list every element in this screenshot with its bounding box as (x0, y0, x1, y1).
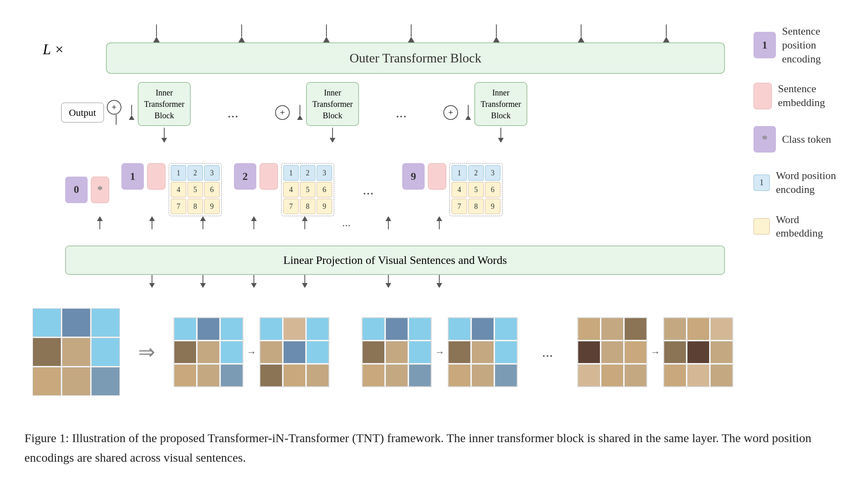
arrow-from-proj-1b (200, 283, 206, 288)
s-patch-2b-7 (448, 364, 471, 387)
s-patch-9b-3 (710, 318, 733, 340)
arrow-from-inner-1 (161, 138, 167, 143)
plus-circle-3: + (443, 105, 458, 120)
s-patch-2-9 (409, 364, 431, 387)
s-patch-1-1 (174, 318, 196, 340)
plus-circle-1: + (107, 100, 121, 115)
sent-token-2: 2 1 2 3 4 5 6 7 8 9 (234, 163, 334, 216)
s-patch-1-5 (197, 341, 220, 363)
arrow-up-5 (493, 24, 500, 42)
arrow-from-inner-2 (330, 138, 335, 143)
legend-sent-emb-label: Sentence embedding (778, 82, 825, 110)
arrow-up-7 (663, 24, 670, 42)
diagram-area: L × Outer Transformer Block Output (24, 16, 844, 404)
pos-token-2: 2 (234, 163, 256, 190)
s-patch-1-6 (220, 341, 243, 363)
s-patch-1b-7 (260, 364, 282, 387)
outer-block-label: Outer Transformer Block (119, 51, 712, 66)
output-box: Output (61, 102, 104, 122)
s-patch-9b-5 (687, 341, 709, 363)
main-diagram: L × Outer Transformer Block Output (24, 16, 741, 404)
s-patch-2-1 (362, 318, 385, 340)
legend-word-emb-box (753, 218, 770, 235)
word-cell-9-7: 7 (452, 199, 467, 214)
arrow-to-token-1a (149, 216, 155, 221)
s-patch-2b-8 (471, 364, 494, 387)
word-cell-9-5: 5 (468, 182, 484, 197)
legend-class-token: * Class token (753, 126, 844, 153)
arrow-to-token-1b (200, 216, 206, 221)
pos-token-9: 9 (402, 163, 425, 190)
patch-orig-2 (62, 308, 90, 337)
legend-class-token-label: Class token (782, 133, 831, 146)
word-cell-9-6: 6 (485, 182, 500, 197)
arrow-up-6 (578, 24, 584, 42)
word-cell-1-1: 1 (171, 165, 186, 181)
inner-block-2: InnerTransformerBlock (306, 82, 359, 126)
word-cell-9-9: 9 (485, 199, 500, 214)
s-patch-2-6 (409, 341, 431, 363)
inner-block-1: InnerTransformerBlock (138, 82, 191, 126)
s-patch-1-8 (197, 364, 220, 387)
s-patch-1b-4 (260, 341, 282, 363)
s-patch-2-3 (409, 318, 431, 340)
arrow-to-plus-3 (465, 115, 471, 120)
inner-block-3: InnerTransformerBlock (474, 82, 527, 126)
s-patch-9-4 (578, 341, 600, 363)
word-grid-1: 1 2 3 4 5 6 7 8 9 (169, 163, 222, 216)
inner-block-group-2: + InnerTransformerBlock (275, 82, 359, 143)
arrow-to-patches: ⇒ (138, 340, 155, 364)
s-patch-1b-3 (306, 318, 329, 340)
patch-orig-5 (62, 338, 90, 366)
word-cell-1-2: 2 (187, 165, 203, 181)
sent-token-1: 1 1 2 3 4 5 6 7 8 9 (121, 163, 222, 216)
patch-orig-1 (33, 308, 61, 337)
s-patch-2b-1 (448, 318, 471, 340)
s-patch-1-2 (197, 318, 220, 340)
dots-patches: ... (542, 343, 553, 361)
s-patch-1b-1 (260, 318, 282, 340)
s-patch-9b-6 (710, 341, 733, 363)
s-patch-9b-1 (664, 318, 686, 340)
s-patch-9-6 (624, 341, 647, 363)
sent-embedding-9 (428, 163, 446, 190)
sent-embedding-0: * (91, 177, 109, 203)
word-grid-2: 1 2 3 4 5 6 7 8 9 (281, 163, 334, 216)
sent-embedding-1 (147, 163, 165, 190)
arrow-to-plus-1 (129, 115, 134, 120)
s-patch-9-7 (578, 364, 600, 387)
word-cell-2-7: 7 (283, 199, 299, 214)
word-cell-1-3: 3 (204, 165, 220, 181)
small-grid-1b (260, 317, 329, 387)
word-cell-1-5: 5 (187, 182, 203, 197)
legend-word-emb-label: Word embedding (776, 213, 844, 241)
arrow-from-proj-2a (251, 283, 257, 288)
pos-token-0: 0 (65, 177, 88, 203)
word-cell-2-4: 4 (283, 182, 299, 197)
sent-token-0: 0 * (65, 177, 109, 203)
legend-word-pos: 1 Word position encoding (753, 169, 844, 197)
patch-orig-7 (33, 367, 61, 396)
s-patch-2b-6 (495, 341, 517, 363)
figure-caption: Figure 1: Illustration of the proposed T… (24, 420, 844, 467)
arrow-from-inner-3 (498, 138, 504, 143)
s-patch-9-2 (601, 318, 623, 340)
arrow-to-token-2b (302, 216, 308, 221)
legend-sent-pos: 1 Sentence position encoding (753, 24, 844, 66)
legend-sent-pos-label: Sentence position encoding (782, 24, 844, 66)
s-patch-2-7 (362, 364, 385, 387)
plus-circle-2: + (275, 105, 290, 120)
legend-word-emb: Word embedding (753, 213, 844, 241)
patch-orig-8 (62, 367, 90, 396)
patch-orig-9 (91, 367, 120, 396)
word-cell-1-6: 6 (204, 182, 220, 197)
s-patch-1b-5 (283, 341, 306, 363)
patch-orig-3 (91, 308, 120, 337)
patches-row: ⇒ → (33, 308, 733, 396)
s-patch-9b-9 (710, 364, 733, 387)
outer-transformer-block: Outer Transformer Block (106, 42, 725, 74)
arrow-to-token-2a (251, 216, 257, 221)
word-cell-2-1: 1 (283, 165, 299, 181)
s-patch-1b-9 (306, 364, 329, 387)
s-patch-2-5 (386, 341, 408, 363)
